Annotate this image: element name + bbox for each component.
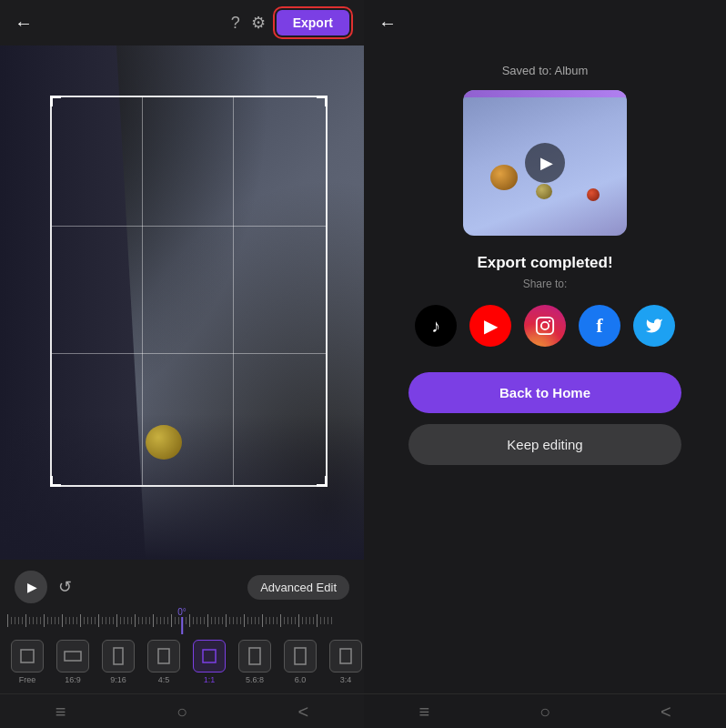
video-preview-area: [0, 46, 364, 560]
advanced-edit-button[interactable]: Advanced Edit: [247, 575, 349, 600]
export-button[interactable]: Export: [277, 10, 349, 35]
ratio-icon-5.6:8: [238, 640, 271, 672]
crop-box[interactable]: [50, 96, 328, 487]
crop-handle-top-left[interactable]: [50, 96, 61, 106]
right-nav-home[interactable]: ○: [539, 702, 550, 723]
right-nav-menu[interactable]: ≡: [418, 702, 429, 723]
svg-rect-8: [537, 318, 553, 334]
svg-rect-2: [114, 648, 123, 664]
timeline-area[interactable]: 0°: [0, 607, 364, 634]
crop-grid-vline1: [142, 97, 143, 485]
ratio-item-9:16[interactable]: 9:16: [98, 640, 138, 684]
ratio-icon-16:9: [56, 640, 89, 672]
ratio-icon-3:4: [329, 640, 362, 672]
left-nav-back[interactable]: <: [298, 702, 309, 723]
right-nav-bar: ≡ ○ <: [364, 693, 726, 728]
back-button[interactable]: ←: [15, 13, 33, 34]
header-right: ? ⚙ Export: [231, 10, 349, 35]
ratio-item-Free[interactable]: Free: [7, 640, 47, 684]
left-nav-menu[interactable]: ≡: [55, 702, 66, 723]
svg-rect-5: [249, 648, 260, 664]
share-tiktok-button[interactable]: ♪: [415, 305, 457, 347]
ratio-label-6.0: 6.0: [295, 675, 307, 684]
timeline-indicator-line: [181, 617, 183, 634]
thumbnail-play-icon: ▶: [540, 153, 553, 173]
svg-rect-3: [158, 649, 169, 663]
right-back-button[interactable]: ←: [378, 13, 397, 34]
share-icons-row: ♪ ▶ f: [415, 305, 675, 347]
aspect-ratio-row: Free16:99:164:51:15.6:86.03:4: [0, 634, 364, 693]
play-button[interactable]: ▶: [15, 571, 47, 603]
ratio-item-4:5[interactable]: 4:5: [144, 640, 184, 684]
svg-rect-0: [21, 650, 34, 662]
share-facebook-button[interactable]: f: [579, 305, 620, 347]
ratio-icon-4:5: [147, 640, 180, 672]
right-header: ←: [364, 0, 726, 46]
bottom-controls: ▶ ↺ Advanced Edit 0° Free16:99:164:51:15…: [0, 560, 364, 728]
ratio-icon-1:1: [193, 640, 226, 672]
crop-handle-top-right[interactable]: [317, 96, 328, 106]
ratio-icon-Free: [11, 640, 44, 672]
settings-button[interactable]: ⚙: [251, 13, 266, 33]
crop-grid-vline2: [233, 97, 234, 485]
ratio-item-3:4[interactable]: 3:4: [326, 640, 364, 684]
svg-rect-1: [65, 652, 81, 661]
ratio-item-1:1[interactable]: 1:1: [189, 640, 229, 684]
thumbnail-play-overlay[interactable]: ▶: [525, 143, 565, 183]
ratio-label-1:1: 1:1: [204, 675, 216, 684]
right-nav-back[interactable]: <: [660, 702, 671, 723]
share-twitter-button[interactable]: [633, 305, 675, 347]
svg-rect-6: [295, 648, 306, 664]
svg-rect-7: [340, 649, 351, 663]
ratio-label-Free: Free: [19, 675, 36, 684]
ratio-label-16:9: 16:9: [65, 675, 81, 684]
ratio-icon-6.0: [284, 640, 317, 672]
thumbnail-purple-bar: [463, 90, 627, 97]
left-header: ← ? ⚙ Export: [0, 0, 364, 46]
crop-handle-bottom-right[interactable]: [317, 476, 328, 487]
saved-label: Saved to: Album: [502, 64, 589, 77]
thumb-ball-red: [587, 188, 600, 201]
play-icon: ▶: [27, 580, 37, 594]
left-panel: ← ? ⚙ Export ▶ ↺: [0, 0, 364, 728]
svg-point-10: [549, 320, 550, 322]
left-nav-home[interactable]: ○: [176, 702, 187, 723]
thumb-ball-orange: [490, 165, 518, 190]
timeline-indicator: 0°: [177, 607, 187, 634]
back-to-home-button[interactable]: Back to Home: [408, 372, 681, 413]
ratio-label-5.6:8: 5.6:8: [246, 675, 264, 684]
ratio-label-4:5: 4:5: [158, 675, 170, 684]
ratio-item-16:9[interactable]: 16:9: [53, 640, 93, 684]
share-label: Share to:: [523, 278, 568, 290]
video-thumbnail[interactable]: ▶: [463, 90, 627, 236]
ratio-item-5.6:8[interactable]: 5.6:8: [235, 640, 275, 684]
ratio-item-6.0[interactable]: 6.0: [280, 640, 320, 684]
ratio-label-9:16: 9:16: [110, 675, 126, 684]
svg-point-9: [541, 322, 549, 329]
playback-row: ▶ ↺ Advanced Edit: [0, 567, 364, 607]
crop-handle-bottom-left[interactable]: [50, 476, 61, 487]
ratio-icon-9:16: [102, 640, 135, 672]
share-instagram-button[interactable]: [524, 305, 566, 347]
timeline-indicator-label: 0°: [177, 607, 187, 617]
keep-editing-button[interactable]: Keep editing: [408, 424, 681, 465]
help-button[interactable]: ?: [231, 14, 240, 33]
thumb-ball-yellow: [536, 184, 552, 199]
svg-rect-4: [203, 650, 216, 662]
right-panel: ← Saved to: Album ▶ Export completed! Sh…: [364, 0, 726, 728]
ratio-label-3:4: 3:4: [340, 675, 352, 684]
left-nav-bar: ≡ ○ <: [0, 693, 364, 728]
undo-button[interactable]: ↺: [58, 577, 72, 597]
export-completed-label: Export completed!: [477, 254, 612, 272]
share-youtube-button[interactable]: ▶: [469, 305, 511, 347]
export-content: Saved to: Album ▶ Export completed! Shar…: [381, 46, 709, 693]
